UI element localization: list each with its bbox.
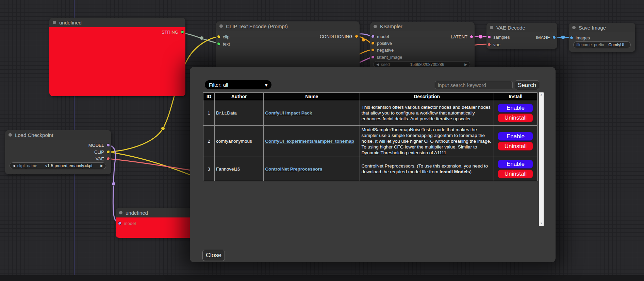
node-title: undefined — [59, 20, 82, 25]
cell-install: Enable Uninstall — [494, 126, 537, 157]
description-text: ) — [470, 169, 472, 174]
input-slot-text-dot[interactable] — [217, 42, 220, 46]
input-slot-vae-dot[interactable] — [488, 43, 491, 46]
custom-nodes-manager-dialog: Filter: all ▾ Search ID Author Name Desc… — [190, 67, 556, 262]
input-slot-model-dot[interactable] — [371, 35, 375, 38]
input-slot-label: model — [124, 221, 136, 226]
uninstall-button[interactable]: Uninstall — [498, 113, 533, 122]
output-slot-label: MODEL — [88, 143, 104, 148]
reroute-dot-string[interactable] — [200, 36, 204, 40]
output-slot-latent-dot[interactable] — [470, 35, 473, 38]
node-title-bar[interactable]: Load Checkpoint — [5, 130, 111, 140]
search-button[interactable]: Search — [515, 80, 539, 90]
scroll-up-icon[interactable]: ▲ — [539, 92, 544, 97]
extension-table: ID Author Name Description Install 1 Dr.… — [203, 92, 538, 181]
table-row: 2 comfyanonymous ComfyUI_experiments/sam… — [203, 126, 538, 157]
cell-id: 1 — [203, 100, 215, 126]
widget-decrement-icon[interactable]: ◀ — [13, 164, 15, 168]
cell-description: ControlNet Preprocessors. (To use this e… — [360, 157, 494, 181]
chevron-down-icon: ▾ — [265, 82, 267, 88]
input-slot-model-dot[interactable] — [118, 222, 121, 225]
input-slot-label: samples — [493, 35, 510, 40]
node-title-bar[interactable]: KSampler — [370, 22, 475, 31]
output-slot-string-dot[interactable] — [181, 30, 184, 34]
header-name: Name — [264, 93, 360, 100]
node-undefined-top[interactable]: undefined STRING — [49, 18, 185, 96]
widget-increment-icon[interactable]: ▶ — [100, 164, 103, 168]
widget-decrement-icon[interactable]: ◀ — [376, 63, 379, 66]
input-slot-positive-dot[interactable] — [371, 41, 375, 45]
node-collapse-dot-icon[interactable] — [53, 21, 56, 24]
cell-author: Fannovel16 — [215, 157, 264, 181]
scroll-down-icon[interactable]: ▼ — [539, 221, 544, 226]
enable-button[interactable]: Enable — [498, 160, 533, 169]
reroute-dot-latent[interactable] — [479, 35, 483, 39]
widget-value: ComfyUI — [606, 42, 628, 47]
node-collapse-dot-icon[interactable] — [572, 26, 576, 29]
cell-author: comfyanonymous — [215, 126, 264, 157]
node-body: MODEL CLIP VAE ◀ ckpt_name v1-5-pruned-e… — [5, 140, 111, 174]
reroute-dot-image[interactable] — [561, 35, 565, 39]
node-collapse-dot-icon[interactable] — [374, 25, 377, 28]
input-slot-label: images — [576, 35, 590, 40]
output-slot-label: IMAGE — [536, 35, 550, 40]
filename-prefix-widget[interactable]: filename_prefix ComfyUI — [573, 41, 631, 48]
input-slot-label: positive — [377, 41, 392, 46]
cell-install: Enable Uninstall — [494, 157, 537, 181]
node-collapse-dot-icon[interactable] — [219, 24, 223, 28]
input-slot-latent-image-dot[interactable] — [371, 55, 375, 59]
uninstall-button[interactable]: Uninstall — [498, 170, 533, 178]
output-slot-label: CONDITIONING — [320, 34, 352, 39]
table-row: 3 Fannovel16 ControlNet Preprocessors Co… — [203, 157, 538, 181]
extension-name-link[interactable]: ComfyUI Impact Pack — [265, 110, 312, 116]
table-scrollbar[interactable]: ▲ ▼ — [539, 92, 544, 226]
node-title: KSampler — [380, 23, 402, 29]
wire-model-into-ksampler — [360, 34, 371, 36]
widget-label: filename_prefix — [576, 42, 604, 47]
ckpt-name-widget[interactable]: ◀ ckpt_name v1-5-pruned-emaonly.ckpt ▶ — [10, 162, 106, 169]
input-slot-negative-dot[interactable] — [371, 48, 375, 52]
search-input[interactable] — [435, 81, 513, 89]
cell-id: 2 — [203, 126, 215, 157]
node-body: samples vae IMAGE — [486, 32, 557, 49]
output-slot-model-dot[interactable] — [106, 143, 110, 147]
comfyui-canvas[interactable]: undefined STRING CLIP Text Encode (Promp… — [0, 0, 644, 281]
output-slot-vae-dot[interactable] — [106, 157, 110, 160]
widget-increment-icon[interactable]: ▶ — [464, 63, 467, 66]
node-load-checkpoint[interactable]: Load Checkpoint MODEL CLIP VAE ◀ ckpt_na… — [5, 130, 111, 174]
table-row: 1 Dr.Lt.Data ComfyUI Impact Pack This ex… — [203, 100, 538, 126]
node-title: undefined — [126, 210, 148, 216]
output-slot-image-dot[interactable] — [552, 36, 556, 39]
filter-select[interactable]: Filter: all ▾ — [205, 80, 271, 89]
output-slot-conditioning-dot[interactable] — [355, 35, 358, 38]
node-collapse-dot-icon[interactable] — [490, 26, 493, 29]
header-description: Description — [360, 93, 494, 100]
enable-button[interactable]: Enable — [498, 104, 533, 112]
reroute-dot-clip[interactable] — [161, 127, 165, 130]
node-title-bar[interactable]: Save Image — [569, 23, 635, 32]
input-slot-images-dot[interactable] — [570, 36, 573, 39]
node-title-bar[interactable]: undefined — [49, 18, 185, 27]
widget-value: 156680208700286 — [392, 62, 463, 67]
extension-name-link[interactable]: ControlNet Preprocessors — [265, 166, 322, 172]
reroute-dot-model[interactable] — [112, 182, 116, 186]
uninstall-button[interactable]: Uninstall — [498, 142, 533, 151]
input-slot-samples-dot[interactable] — [488, 35, 491, 39]
extension-name-link[interactable]: ComfyUI_experiments/sampler_tonemap — [265, 139, 354, 144]
node-vae-decode[interactable]: VAE Decode samples vae IMAGE — [486, 23, 557, 49]
node-save-image[interactable]: Save Image images filename_prefix ComfyU… — [569, 23, 635, 52]
enable-button[interactable]: Enable — [498, 132, 533, 141]
node-title-bar[interactable]: VAE Decode — [486, 23, 557, 32]
node-collapse-dot-icon[interactable] — [119, 211, 122, 214]
table-header-row: ID Author Name Description Install — [203, 93, 538, 100]
header-author: Author — [215, 93, 264, 100]
output-slot-clip-dot[interactable] — [106, 150, 110, 154]
input-slot-label: text — [223, 41, 230, 47]
input-slot-label: latent_image — [377, 55, 402, 60]
input-slot-clip-dot[interactable] — [217, 35, 220, 38]
close-button[interactable]: Close — [202, 250, 225, 261]
node-collapse-dot-icon[interactable] — [9, 133, 12, 137]
node-title-bar[interactable]: CLIP Text Encode (Prompt) — [216, 21, 360, 31]
reroute-dot-conditioning[interactable] — [362, 38, 365, 42]
node-body: STRING — [49, 27, 185, 96]
